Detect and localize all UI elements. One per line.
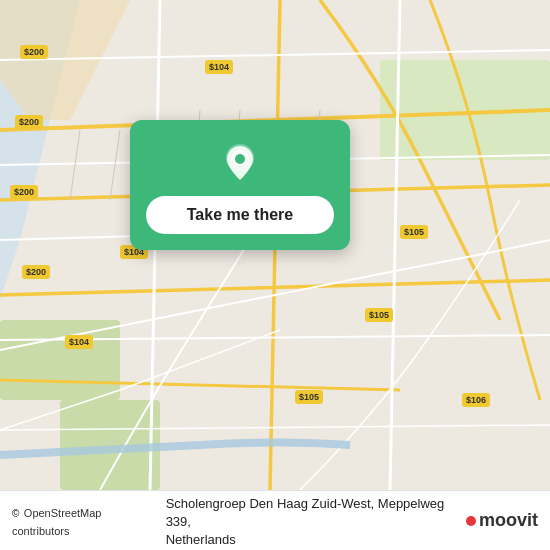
moovit-logo: moovit [466, 510, 538, 531]
brand-area: Scholengroep Den Haag Zuid-West, Meppelw… [166, 494, 538, 548]
price-label-5: $104 [205, 60, 233, 74]
location-info: Scholengroep Den Haag Zuid-West, Meppelw… [166, 494, 462, 548]
price-label-2: $200 [15, 115, 43, 129]
location-country: Netherlands [166, 532, 236, 547]
moovit-brand-text: moovit [479, 510, 538, 531]
price-label-3: $200 [10, 185, 38, 199]
price-label-11: $106 [462, 393, 490, 407]
price-label-10: $105 [295, 390, 323, 404]
bottom-bar: © OpenStreetMap contributors Scholengroe… [0, 490, 550, 550]
location-text: Scholengroep Den Haag Zuid-West, Meppelw… [166, 496, 445, 529]
map-area: $200 $200 $200 $200 $104 $104 $104 $105 … [0, 0, 550, 490]
price-label-7: $104 [65, 335, 93, 349]
price-label-1: $200 [20, 45, 48, 59]
location-pin-icon [218, 140, 262, 184]
app-container: $200 $200 $200 $200 $104 $104 $104 $105 … [0, 0, 550, 550]
location-popup: Take me there [130, 120, 350, 250]
take-me-there-button[interactable]: Take me there [146, 196, 334, 234]
copyright-area: © OpenStreetMap contributors [12, 503, 158, 539]
price-label-8: $105 [400, 225, 428, 239]
osm-credit: OpenStreetMap contributors [12, 507, 101, 537]
copyright-icon: © [12, 508, 19, 519]
price-label-9: $105 [365, 308, 393, 322]
svg-point-25 [235, 154, 245, 164]
svg-rect-2 [0, 320, 120, 400]
price-label-4: $200 [22, 265, 50, 279]
moovit-dot-icon [466, 516, 476, 526]
